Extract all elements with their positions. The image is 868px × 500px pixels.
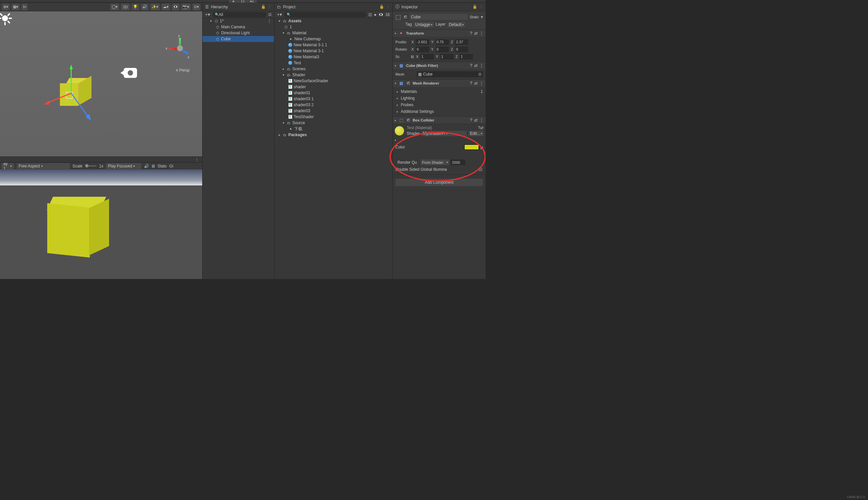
scene-picker-icon[interactable]: ⊡ <box>268 12 271 16</box>
rotation-x-input[interactable]: 0 <box>416 47 429 52</box>
enabled-checkbox[interactable] <box>406 81 411 86</box>
perspective-label[interactable]: Persp <box>176 68 190 72</box>
skybox-icon[interactable]: ☁▾ <box>162 4 170 10</box>
edit-button[interactable]: Edit... <box>469 131 483 136</box>
render-queue-input[interactable]: 2000 <box>450 159 465 165</box>
menu-dots-icon[interactable]: ⋮ <box>480 63 483 68</box>
asset-row[interactable]: New Material 3-1 <box>274 48 392 54</box>
lighting-row[interactable]: Lighting <box>396 95 483 102</box>
asset-row[interactable]: TestShader <box>274 114 392 120</box>
folder-row[interactable]: 🗀Shader <box>274 72 392 78</box>
menu-dots-icon[interactable]: ⋮ <box>195 158 199 162</box>
hierarchy-item-selected[interactable]: ⬡Cube <box>202 36 274 42</box>
position-y-input[interactable]: 0.75 <box>436 39 449 45</box>
mesh-field[interactable]: ▦Cube⊙ <box>417 71 483 77</box>
asset-row[interactable]: ✦下载 <box>274 126 392 132</box>
pane-divider[interactable]: ⋮ <box>0 157 202 162</box>
menu-dots-icon[interactable]: ⋮ <box>386 5 390 9</box>
mute-icon[interactable]: 🔊 <box>144 164 149 169</box>
tool-snap-icon[interactable]: ⫴▾ <box>22 4 27 10</box>
scale-y-input[interactable]: 1 <box>440 54 454 60</box>
lock-icon[interactable]: 🔓 <box>261 5 266 9</box>
play-mode-dropdown[interactable]: Play Focused <box>106 163 141 169</box>
scale-z-input[interactable]: 1 <box>460 54 473 60</box>
pause-button[interactable]: ❙❙ <box>238 0 247 3</box>
tool-grid-icon[interactable]: ▦▾ <box>12 4 20 10</box>
favorite-icon[interactable]: ● <box>374 12 376 17</box>
help-icon[interactable]: ? <box>478 125 480 130</box>
help-icon[interactable]: ? <box>470 31 472 36</box>
render-queue-dropdown[interactable]: From Shader <box>421 159 449 165</box>
menu-dots-icon[interactable]: ⋮ <box>480 31 483 36</box>
menu-dots-icon[interactable]: ⋮ <box>479 5 483 9</box>
hierarchy-item[interactable]: ⬡Directional Light <box>202 30 274 36</box>
preset-icon[interactable]: ⇄ <box>474 31 478 36</box>
play-button[interactable]: ▶ <box>229 0 238 3</box>
draw-mode-icon[interactable]: ◯▾ <box>110 4 119 10</box>
asset-row[interactable]: shader <box>274 84 392 90</box>
preset-icon[interactable]: ⇄ <box>474 118 478 123</box>
menu-dots-icon[interactable]: ⋮ <box>480 81 483 86</box>
menu-dots-icon[interactable]: ⋮ <box>268 5 271 9</box>
asset-row[interactable]: NewSurfaceShader <box>274 78 392 84</box>
scene-row[interactable]: ⬡ 1* ⋮ <box>202 18 274 24</box>
scene-viewport[interactable]: y x z Persp <box>0 11 202 157</box>
menu-dots-icon[interactable]: ⋮ <box>267 19 271 23</box>
position-z-input[interactable]: 2.37 <box>455 39 468 45</box>
folder-row[interactable]: 🗀Source <box>274 120 392 126</box>
add-component-button[interactable]: Add Component <box>396 179 483 186</box>
object-picker-icon[interactable]: ⊙ <box>478 72 482 77</box>
lighting-icon[interactable]: 💡 <box>132 4 139 10</box>
enabled-checkbox[interactable] <box>403 15 408 19</box>
preset-icon[interactable]: ⇄ <box>480 125 483 130</box>
static-dropdown[interactable]: ▾ <box>481 15 483 19</box>
add-button[interactable]: +▾ <box>277 12 282 17</box>
add-button[interactable]: +▾ <box>205 12 210 17</box>
asset-row[interactable]: New Material3 <box>274 54 392 60</box>
aspect-dropdown[interactable]: Free Aspect <box>16 163 70 169</box>
tool-center-icon[interactable]: ⊕▾ <box>2 4 10 10</box>
probes-row[interactable]: Probes <box>396 102 483 108</box>
camera-icon[interactable]: 📷▾ <box>181 4 190 10</box>
folder-row[interactable]: 🗀Packages <box>274 132 392 138</box>
filter-icon[interactable]: ⊡ <box>368 12 372 17</box>
folder-row[interactable]: ⬡1 <box>274 24 392 30</box>
help-icon[interactable]: ? <box>470 63 472 68</box>
hidden-icon[interactable]: 👁‍🗨 <box>172 4 179 10</box>
layer-dropdown[interactable]: Default <box>448 22 465 27</box>
shader-dropdown[interactable]: My/shaderPr <box>422 131 467 136</box>
link-icon[interactable]: ⛓ <box>411 55 414 59</box>
rotation-z-input[interactable]: 0 <box>455 47 468 52</box>
asset-row[interactable]: shader03 2 <box>274 102 392 108</box>
preset-icon[interactable]: ⇄ <box>474 81 478 86</box>
asset-row[interactable]: shader03 <box>274 108 392 114</box>
directional-light-icon[interactable] <box>0 13 11 25</box>
fx-icon[interactable]: ✨▾ <box>150 4 160 10</box>
orientation-gizmo[interactable]: y x z <box>168 35 191 62</box>
enabled-checkbox[interactable] <box>406 118 411 123</box>
additional-row[interactable]: Additional Settings <box>396 108 483 115</box>
step-button[interactable]: ▶❙ <box>247 0 257 3</box>
rotation-y-input[interactable]: 0 <box>436 47 449 52</box>
asset-row[interactable]: shader03 1 <box>274 96 392 102</box>
aspect-icon[interactable]: ⊞ <box>152 164 155 169</box>
help-icon[interactable]: ? <box>470 81 472 86</box>
preset-icon[interactable]: ⇄ <box>474 63 478 68</box>
hierarchy-tree[interactable]: ⬡ 1* ⋮ ⬡Main Camera ⬡Directional Light ⬡… <box>202 18 274 279</box>
cube-object[interactable] <box>60 78 93 111</box>
color-swatch[interactable] <box>464 145 479 150</box>
scale-x-input[interactable]: 1 <box>420 54 434 60</box>
stats-toggle[interactable]: Stats <box>157 164 167 169</box>
tag-dropdown[interactable]: Untagge <box>414 22 433 27</box>
help-icon[interactable]: ? <box>470 118 472 123</box>
hidden-icon[interactable]: 👁‍🗨 <box>378 12 384 17</box>
asset-row[interactable]: Test <box>274 60 392 66</box>
fold-icon[interactable] <box>395 119 397 122</box>
fold-icon[interactable] <box>395 82 397 85</box>
gizmos-toggle[interactable]: Gi <box>169 164 173 169</box>
double-sided-checkbox[interactable] <box>478 167 483 172</box>
folder-row[interactable]: 🗀Material <box>274 30 392 36</box>
project-tree[interactable]: 🗀Assets ⬡1 🗀Material ✦New Cubemap New Ma… <box>274 18 392 279</box>
audio-icon[interactable]: 🔊 <box>141 4 148 10</box>
position-x-input[interactable]: -2.601 <box>416 39 429 45</box>
